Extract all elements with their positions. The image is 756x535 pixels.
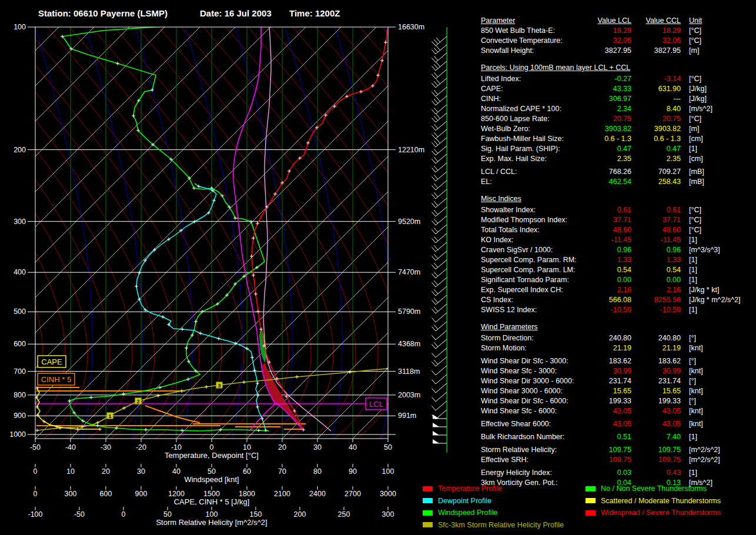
temperature-marker xyxy=(252,273,255,277)
unit-label: [knt] xyxy=(681,386,752,396)
wind-barb-tick xyxy=(436,97,440,102)
axis-title: CAPE, CINH * 5 [J/kg] xyxy=(174,497,250,506)
dry-adiabat-line xyxy=(471,27,477,439)
wind-barb-staff xyxy=(436,357,447,366)
value-lcl: -10.59 xyxy=(580,305,631,315)
axis-tick-label: 50 xyxy=(208,467,216,476)
wind-barb-staff xyxy=(436,348,447,357)
axis-tick-label: 200 xyxy=(294,510,306,519)
isotherm-line xyxy=(212,27,477,439)
axis-tick-label: 150 xyxy=(250,510,262,519)
value-ccl: 231.74 xyxy=(631,376,681,386)
isotherm-line xyxy=(388,27,477,439)
legend-swatch-icon xyxy=(423,522,433,527)
wind-barb-staff xyxy=(436,242,447,252)
height-label: 7470m xyxy=(398,268,420,276)
wind-barb-staff xyxy=(436,251,447,260)
wind-barb-tick xyxy=(436,79,440,84)
dry-adiabat-line xyxy=(337,27,477,439)
wind-barb-staff xyxy=(436,189,447,199)
table-row: Energy Helicity Index:0.030.43[1] xyxy=(481,468,752,478)
height-label: 2003m xyxy=(398,391,420,399)
table-row: Lifted Index:-0.27-3.14[°C] xyxy=(481,74,752,84)
wind-barb-staff xyxy=(436,313,447,322)
unit-label: [1] xyxy=(681,468,752,478)
wind-barb-tick xyxy=(432,92,436,97)
temperature-marker xyxy=(359,90,363,93)
axis-tick-label: 0 xyxy=(122,510,126,519)
srh-marker xyxy=(180,389,183,393)
unit-label: [1] xyxy=(681,432,752,442)
height-label: 9520m xyxy=(398,218,420,226)
temperature-marker xyxy=(254,292,257,296)
wind-barb-staff xyxy=(436,286,447,296)
value-ccl: 0.00 xyxy=(631,275,681,285)
dry-adiabat-line xyxy=(404,27,477,439)
value-lcl: 43.05 xyxy=(580,419,631,429)
table-row: Convective Temperature:32.0532.05[°C] xyxy=(481,36,752,46)
wind-barb-tick xyxy=(432,353,436,358)
wind-barb-staff xyxy=(436,277,447,287)
wind-barb-tick xyxy=(432,151,436,156)
skewt-chart: 12310016630m20012210m3009520m4007470m500… xyxy=(0,0,477,535)
axis-tick-label: 2100 xyxy=(274,490,290,498)
wind-barb-tick xyxy=(434,201,438,206)
wind-barb-staff xyxy=(436,225,447,234)
unit-label: [°] xyxy=(681,356,752,366)
axis-tick-label: 2700 xyxy=(344,490,361,498)
temperature-marker xyxy=(250,255,253,258)
legend-item-severity: No / Non Severe Thunderstorms xyxy=(586,483,721,495)
table-row: Wind Shear Dir Sfc - 6000:199.33199.33[°… xyxy=(481,396,752,406)
height-label: 3118m xyxy=(398,367,420,376)
wind-barb-tick xyxy=(432,118,436,123)
axis-title: Windspeed [knt] xyxy=(184,475,239,484)
wind-barb-tick xyxy=(432,75,436,79)
axis-tick-label: -50 xyxy=(30,443,41,452)
legend-item-profile: Sfc-3km Storm Relative Helicity Profile xyxy=(423,519,564,531)
dry-adiabat-line xyxy=(315,27,477,439)
axis-tick-label: 40 xyxy=(349,443,357,452)
axis-tick-label: 20 xyxy=(278,443,286,452)
wind-barb-tick xyxy=(434,254,438,259)
dewpoint-marker xyxy=(256,405,259,409)
axis-tick-label: 10 xyxy=(243,443,251,452)
value-ccl: 240.80 xyxy=(631,333,681,343)
value-ccl: 258.43 xyxy=(631,177,681,187)
value-ccl: 0.6 - 1.3 xyxy=(631,134,681,144)
windspeed-marker xyxy=(132,114,135,118)
value-lcl: -11.45 xyxy=(580,235,631,245)
axis-tick-label: 1200 xyxy=(168,490,185,498)
axis-tick-label: 600 xyxy=(100,490,112,498)
srh-km-marker-label: 3 xyxy=(218,383,220,389)
unit-label: [°C] xyxy=(681,205,752,215)
dry-adiabat-line xyxy=(248,27,445,439)
value-ccl: 0.61 xyxy=(631,205,681,215)
table-row: Wind Shear 3000 - 6000:15.6515.65[knt] xyxy=(481,386,752,396)
wind-barb-tick xyxy=(432,203,436,208)
legend-swatch-icon xyxy=(586,498,596,503)
value-ccl: 30.99 xyxy=(631,366,681,376)
value-ccl: 3827.95 xyxy=(631,46,681,56)
windspeed-marker xyxy=(186,377,190,381)
value-ccl: 3903.82 xyxy=(631,124,681,134)
wind-barb-staff xyxy=(436,322,447,331)
axis-tick-label: 2400 xyxy=(309,490,326,498)
table-row: Modified Thompson Index:37.7137.71[°C] xyxy=(481,215,752,225)
temperature-marker xyxy=(384,41,387,44)
table-row: LCL / CCL:768.26709.27[mB] xyxy=(481,167,752,177)
param-label: Wet-Bulb Zero: xyxy=(481,124,580,134)
windspeed-marker xyxy=(192,186,196,190)
axis-tick-label: 30 xyxy=(313,443,322,452)
value-ccl: 0.54 xyxy=(631,265,681,275)
value-lcl: 109.75 xyxy=(580,455,631,465)
srh-km-marker-label: 1 xyxy=(108,413,111,419)
wind-barb-tick xyxy=(434,157,438,162)
wind-barb-staff xyxy=(436,96,447,105)
param-label: Craven SigSvr / 1000: xyxy=(481,245,580,255)
wind-barb-tick xyxy=(432,66,436,71)
value-ccl: 8.40 xyxy=(631,104,681,114)
wind-barb-tick xyxy=(432,186,436,190)
table-row: SWISS 12 Index:-10.59-10.59[1] xyxy=(481,305,752,315)
lcl-label: LCL xyxy=(369,400,383,409)
value-lcl: 0.00 xyxy=(580,275,631,285)
